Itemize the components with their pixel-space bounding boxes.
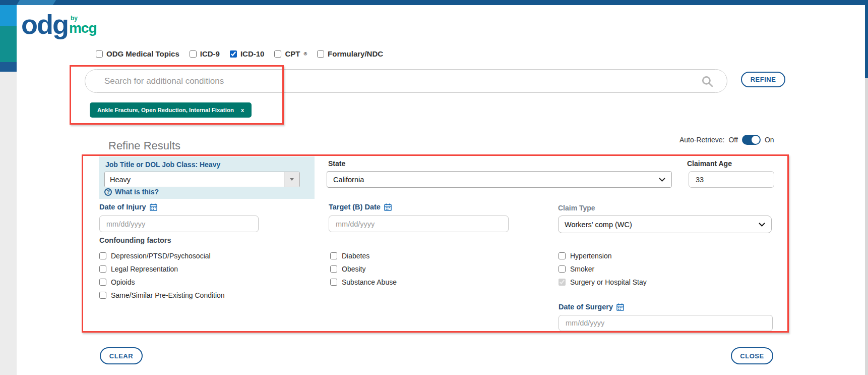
- claimant-age-input[interactable]: [689, 171, 774, 188]
- job-class-box: Job Title or DOL Job Class: Heavy ? What…: [99, 156, 315, 199]
- factor-legal-representation[interactable]: Legal Representation: [99, 265, 178, 273]
- diabetes-checkbox[interactable]: [330, 252, 337, 259]
- obesity-checkbox[interactable]: [330, 265, 337, 273]
- target-date-label-row: Target (B) Date: [329, 203, 392, 211]
- state-select-wrap: California: [327, 171, 672, 188]
- registered-mark: ®: [303, 51, 307, 57]
- auto-retrieve-off-label: Off: [728, 136, 737, 144]
- state-select[interactable]: California: [327, 171, 672, 188]
- legal-representation-checkbox[interactable]: [99, 265, 106, 273]
- target-date-input[interactable]: [329, 216, 509, 232]
- left-banner-navy: [0, 62, 17, 72]
- filter-label: ICD-9: [200, 49, 220, 58]
- what-is-this-label: What is this?: [115, 188, 159, 196]
- selected-condition-tag[interactable]: Ankle Fracture, Open Reduction, Internal…: [90, 102, 252, 118]
- factor-label: Surgery or Hospital Stay: [570, 278, 647, 286]
- search-category-filter-row: ODG Medical Topics ICD-9 ICD-10 CPT® For…: [96, 49, 383, 58]
- confounding-factors-label: Confounding factors: [99, 236, 171, 244]
- job-class-combobox: [104, 172, 300, 187]
- odg-medical-topics-checkbox[interactable]: [96, 50, 103, 58]
- left-banner: [0, 0, 17, 375]
- date-of-injury-label-row: Date of Injury: [99, 203, 157, 211]
- job-class-input[interactable]: [105, 172, 284, 187]
- date-of-injury-input[interactable]: [99, 216, 259, 232]
- left-banner-teal: [0, 26, 17, 62]
- factor-hypertension[interactable]: Hypertension: [559, 252, 612, 260]
- same-similar-checkbox[interactable]: [99, 292, 106, 299]
- hypertension-checkbox[interactable]: [559, 252, 566, 259]
- claim-type-select-wrap: Workers' comp (WC): [558, 216, 772, 233]
- smoker-checkbox[interactable]: [559, 265, 566, 273]
- filter-label: Formulary/NDC: [328, 49, 383, 58]
- substance-abuse-checkbox[interactable]: [330, 279, 337, 286]
- factor-label: Diabetes: [342, 252, 369, 260]
- filter-label: ICD-10: [240, 49, 265, 58]
- job-class-dropdown-button[interactable]: [284, 172, 299, 187]
- toggle-knob: [752, 136, 760, 144]
- condition-tag-label: Ankle Fracture, Open Reduction, Internal…: [97, 107, 234, 113]
- date-of-surgery-label: Date of Surgery: [559, 303, 613, 311]
- factor-same-similar-pre-existing[interactable]: Same/Similar Pre-Existing Condition: [99, 291, 225, 299]
- factor-label: Same/Similar Pre-Existing Condition: [111, 291, 225, 299]
- factor-opioids[interactable]: Opioids: [99, 278, 135, 286]
- filter-cpt[interactable]: CPT®: [274, 49, 307, 58]
- auto-retrieve-label: Auto-Retrieve:: [679, 136, 724, 144]
- factor-smoker[interactable]: Smoker: [559, 265, 594, 273]
- opioids-checkbox[interactable]: [99, 279, 106, 286]
- filter-icd-9[interactable]: ICD-9: [190, 49, 220, 58]
- top-banner: [0, 0, 868, 5]
- filter-label: CPT: [285, 49, 300, 58]
- remove-condition-icon[interactable]: x: [241, 107, 244, 113]
- factor-surgery-or-hospital-stay: Surgery or Hospital Stay: [559, 278, 647, 286]
- condition-search-bar: [85, 69, 727, 93]
- clear-button[interactable]: CLEAR: [100, 347, 143, 364]
- cpt-checkbox[interactable]: [274, 50, 281, 58]
- what-is-this-link[interactable]: ? What is this?: [104, 188, 159, 196]
- calendar-icon[interactable]: [384, 203, 392, 211]
- date-of-surgery-input[interactable]: [559, 315, 773, 331]
- state-label: State: [328, 159, 345, 168]
- filter-icd-10[interactable]: ICD-10: [230, 49, 265, 58]
- filter-formulary-ndc[interactable]: Formulary/NDC: [317, 49, 383, 58]
- search-input[interactable]: [85, 76, 701, 86]
- date-of-injury-label: Date of Injury: [99, 203, 146, 211]
- caret-down-icon: [290, 178, 294, 181]
- formulary-ndc-checkbox[interactable]: [317, 50, 324, 58]
- icd-10-checkbox[interactable]: [230, 50, 237, 58]
- icd-9-checkbox[interactable]: [190, 50, 197, 58]
- close-button[interactable]: CLOSE: [731, 347, 773, 364]
- factor-substance-abuse[interactable]: Substance Abuse: [330, 278, 397, 286]
- calendar-icon[interactable]: [616, 303, 624, 311]
- claimant-age-label: Claimant Age: [687, 159, 732, 168]
- auto-retrieve-on-label: On: [765, 136, 774, 144]
- factor-label: Depression/PTSD/Psychosocial: [111, 252, 211, 260]
- factor-label: Opioids: [111, 278, 135, 286]
- refine-button[interactable]: REFINE: [741, 72, 785, 87]
- claim-type-label: Claim Type: [558, 204, 595, 212]
- logo-mcg-text: mcg: [69, 21, 97, 35]
- scrollbar-track[interactable]: [865, 78, 868, 375]
- factor-depression[interactable]: Depression/PTSD/Psychosocial: [99, 252, 211, 260]
- question-circle-icon: ?: [104, 188, 112, 196]
- job-class-label: Job Title or DOL Job Class: Heavy: [105, 160, 220, 169]
- target-date-label: Target (B) Date: [329, 203, 381, 211]
- odg-search-page: odg by mcg ODG Medical Topics ICD-9 ICD-…: [0, 0, 868, 375]
- auto-retrieve-toggle[interactable]: [742, 135, 761, 145]
- factor-obesity[interactable]: Obesity: [330, 265, 365, 273]
- depression-checkbox[interactable]: [99, 252, 106, 259]
- search-icon[interactable]: [701, 75, 714, 88]
- factor-label: Hypertension: [570, 252, 612, 260]
- right-banner: [865, 0, 868, 78]
- refine-results-title: Refine Results: [108, 139, 180, 152]
- date-of-surgery-label-row: Date of Surgery: [559, 303, 624, 311]
- factor-label: Obesity: [342, 265, 365, 273]
- filter-label: ODG Medical Topics: [106, 49, 179, 58]
- calendar-icon[interactable]: [150, 203, 157, 211]
- factor-diabetes[interactable]: Diabetes: [330, 252, 369, 260]
- factor-label: Substance Abuse: [342, 278, 397, 286]
- surgery-hospital-stay-checkbox: [559, 279, 566, 286]
- auto-retrieve-control: Auto-Retrieve: Off On: [679, 135, 774, 145]
- factor-label: Smoker: [570, 265, 594, 273]
- filter-odg-medical-topics[interactable]: ODG Medical Topics: [96, 49, 179, 58]
- claim-type-select[interactable]: Workers' comp (WC): [558, 216, 772, 233]
